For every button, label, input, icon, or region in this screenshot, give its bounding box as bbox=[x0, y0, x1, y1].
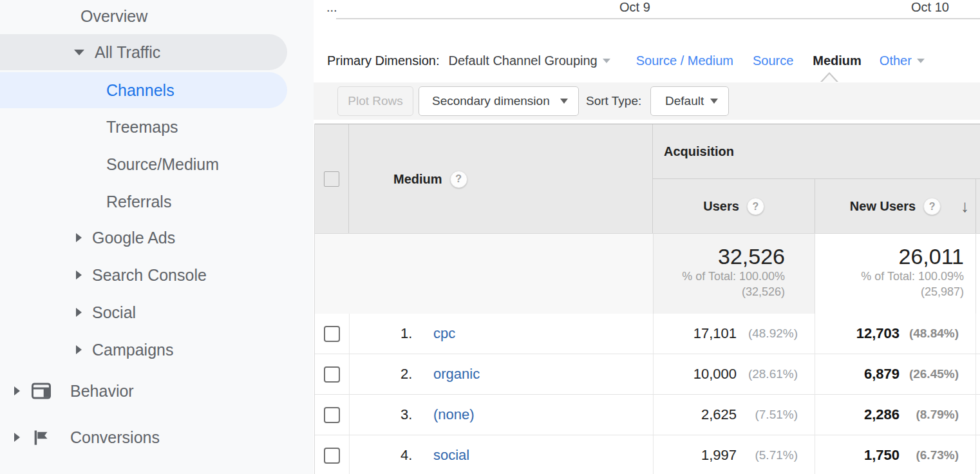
help-icon[interactable]: ? bbox=[923, 198, 941, 215]
row-medium-cell: 3. (none) bbox=[349, 395, 653, 435]
chevron-down-icon bbox=[74, 50, 84, 55]
select-all-checkbox[interactable] bbox=[324, 171, 339, 187]
sidebar-item-social[interactable]: Social bbox=[0, 294, 287, 330]
users-header-label: Users bbox=[703, 199, 739, 214]
tab-other[interactable]: Other bbox=[880, 53, 925, 68]
sidebar-item-label: Treemaps bbox=[106, 118, 178, 137]
sidebar-item-channels[interactable]: Channels bbox=[0, 72, 287, 108]
medium-link-none[interactable]: (none) bbox=[433, 406, 475, 423]
tab-source-medium[interactable]: Source / Medium bbox=[636, 53, 733, 68]
new-users-value: 12,703 bbox=[856, 325, 900, 342]
new-users-percent: (48.84%) bbox=[900, 327, 959, 341]
sidebar-item-search-console[interactable]: Search Console bbox=[0, 257, 287, 293]
users-value: 17,101 bbox=[693, 325, 737, 342]
row-checkbox-cell bbox=[315, 435, 349, 474]
table-row: 3. (none) 2,625 (7.51%) 2,286 (8.79%) bbox=[315, 395, 980, 435]
chevron-down-icon bbox=[710, 99, 718, 104]
users-column-header[interactable]: Users ? bbox=[653, 179, 815, 234]
medium-column-header[interactable]: Medium ? bbox=[349, 124, 653, 234]
tab-source[interactable]: Source bbox=[753, 53, 793, 68]
plot-rows-label: Plot Rows bbox=[348, 94, 403, 108]
sidebar-item-label: Social bbox=[92, 303, 136, 322]
sidebar-item-referrals[interactable]: Referrals bbox=[0, 184, 287, 220]
table-row: 2. organic 10,000 (28.61%) 6,879 (26.45%… bbox=[315, 354, 980, 395]
row-checkbox[interactable] bbox=[324, 366, 340, 383]
medium-link-social[interactable]: social bbox=[433, 447, 469, 464]
row-checkbox[interactable] bbox=[324, 326, 340, 342]
sidebar-item-label: Behavior bbox=[70, 382, 134, 401]
tab-medium-active[interactable]: Medium bbox=[813, 53, 862, 68]
chevron-down-icon bbox=[917, 59, 925, 63]
primary-dimension-selected-value: Default Channel Grouping bbox=[448, 53, 597, 68]
row-checkbox[interactable] bbox=[324, 407, 340, 423]
totals-users-value: 32,526 bbox=[654, 244, 785, 269]
sidebar-item-conversions[interactable]: Conversions bbox=[0, 419, 287, 455]
sidebar-item-all-traffic[interactable]: All Traffic bbox=[0, 34, 287, 70]
sidebar-item-behavior[interactable]: Behavior bbox=[0, 373, 287, 409]
chart-axis-line bbox=[336, 18, 980, 19]
totals-users-absolute: (32,526) bbox=[654, 284, 785, 299]
chevron-down-icon bbox=[560, 99, 568, 104]
acquisition-label: Acquisition bbox=[664, 144, 734, 159]
new-users-percent: (6.73%) bbox=[900, 448, 959, 462]
totals-new-users-value: 26,011 bbox=[815, 244, 964, 269]
sort-type-dropdown[interactable]: Default bbox=[650, 86, 729, 116]
primary-dimension-selected[interactable]: Default Channel Grouping bbox=[448, 53, 610, 68]
sidebar-item-label: Search Console bbox=[92, 266, 207, 285]
row-users-cell: 17,101 (48.92%) bbox=[653, 314, 815, 354]
conversions-flag-icon bbox=[32, 428, 50, 446]
users-value: 2,625 bbox=[701, 406, 737, 423]
users-value: 1,997 bbox=[701, 447, 737, 464]
row-users-cell: 2,625 (7.51%) bbox=[653, 395, 815, 435]
chevron-down-icon bbox=[603, 59, 610, 63]
row-number: 1. bbox=[400, 325, 422, 342]
next-column-sliver bbox=[975, 354, 980, 394]
new-users-value: 2,286 bbox=[864, 406, 900, 423]
plot-rows-button[interactable]: Plot Rows bbox=[337, 86, 413, 116]
sidebar-item-treemaps[interactable]: Treemaps bbox=[0, 109, 287, 145]
new-users-percent: (26.45%) bbox=[900, 367, 959, 381]
acquisition-group-header: Acquisition bbox=[653, 124, 980, 179]
chevron-right-icon bbox=[76, 270, 82, 280]
sort-type-label: Sort Type: bbox=[586, 86, 641, 116]
sort-type-value: Default bbox=[665, 94, 704, 108]
next-column-sliver bbox=[975, 233, 980, 314]
users-value: 10,000 bbox=[693, 366, 737, 383]
main-content: ... Oct 9 Oct 10 Primary Dimension: Defa… bbox=[314, 0, 980, 474]
row-number: 3. bbox=[400, 406, 422, 423]
totals-users-cell: 32,526 % of Total: 100.00% (32,526) bbox=[653, 233, 815, 314]
table-toolbar: Plot Rows Secondary dimension Sort Type:… bbox=[314, 82, 980, 120]
sidebar-item-label: Overview bbox=[80, 7, 147, 26]
sort-descending-arrow-icon: ↓ bbox=[961, 196, 969, 216]
secondary-dimension-dropdown[interactable]: Secondary dimension bbox=[419, 86, 579, 116]
row-new-users-cell: 12,703 (48.84%) bbox=[815, 314, 975, 354]
row-number: 2. bbox=[400, 366, 422, 383]
sidebar-item-label: All Traffic bbox=[95, 43, 160, 62]
row-new-users-cell: 2,286 (8.79%) bbox=[815, 395, 975, 435]
help-icon[interactable]: ? bbox=[450, 171, 467, 188]
chevron-right-icon bbox=[14, 386, 20, 395]
medium-header-label: Medium bbox=[393, 172, 442, 187]
row-checkbox[interactable] bbox=[324, 448, 340, 464]
sidebar-item-overview[interactable]: Overview bbox=[0, 0, 287, 34]
row-medium-cell: 1. cpc bbox=[349, 314, 653, 354]
users-percent: (28.61%) bbox=[737, 367, 798, 381]
sidebar-item-label: Conversions bbox=[70, 428, 160, 447]
row-users-cell: 10,000 (28.61%) bbox=[653, 354, 815, 394]
sidebar-item-source-medium[interactable]: Source/Medium bbox=[0, 146, 287, 182]
medium-link-organic[interactable]: organic bbox=[433, 366, 480, 383]
next-column-sliver bbox=[975, 435, 980, 474]
sidebar-item-label: Google Ads bbox=[92, 229, 175, 247]
sidebar-item-campaigns[interactable]: Campaigns bbox=[0, 332, 287, 368]
next-column-sliver bbox=[975, 314, 980, 354]
new-users-column-header[interactable]: New Users ? ↓ bbox=[815, 179, 975, 234]
help-icon[interactable]: ? bbox=[747, 198, 764, 215]
totals-label-cell bbox=[315, 233, 653, 314]
sidebar-item-google-ads[interactable]: Google Ads bbox=[0, 220, 287, 256]
row-users-cell: 1,997 (5.71%) bbox=[653, 435, 815, 474]
row-medium-cell: 4. social bbox=[349, 435, 653, 474]
new-users-header-label: New Users bbox=[850, 199, 916, 214]
medium-link-cpc[interactable]: cpc bbox=[433, 325, 455, 342]
table-header: Medium ? Acquisition Users ? New Users ?… bbox=[315, 124, 980, 233]
users-percent: (7.51%) bbox=[737, 408, 798, 422]
